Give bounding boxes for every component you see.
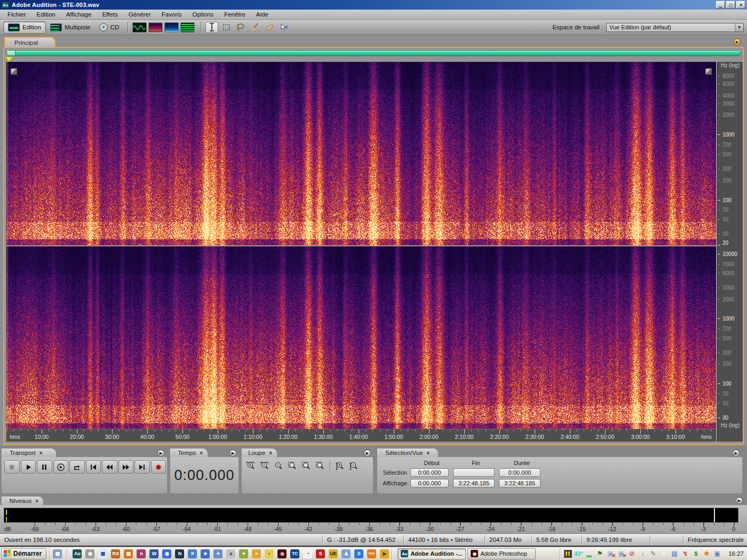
zoom-out-full-button[interactable]: [272, 460, 285, 472]
mouse-pen-tray-icon[interactable]: ✎: [649, 549, 657, 558]
ue-icon[interactable]: UE: [329, 549, 338, 558]
menu-edition[interactable]: Edition: [31, 10, 61, 19]
time-ruler[interactable]: 10:0020:0030:0040:0050:001:00:001:10:001…: [6, 429, 716, 442]
menu-options[interactable]: Options: [187, 10, 219, 19]
selection-view-tab[interactable]: Sélection/Vue ×: [377, 448, 439, 457]
red-eye-icon[interactable]: ◉: [277, 549, 287, 558]
lasso-selection-tool[interactable]: [234, 22, 247, 33]
spectral-phase-view-button[interactable]: [180, 22, 195, 33]
menu-générer[interactable]: Générer: [123, 10, 156, 19]
network-error-2-tray-icon[interactable]: ▣✕: [617, 549, 625, 558]
close-icon[interactable]: ×: [427, 450, 430, 456]
transport-tab[interactable]: Transport ×: [1, 448, 57, 457]
selection-start-field[interactable]: 0:00.000: [410, 468, 449, 477]
selection-end-field[interactable]: [453, 468, 495, 477]
menu-effets[interactable]: Effets: [97, 10, 123, 19]
close-icon[interactable]: ×: [269, 450, 272, 456]
orange-hand-tray-icon[interactable]: ✱: [702, 549, 711, 558]
close-icon[interactable]: ×: [39, 450, 43, 456]
panel-menu-button[interactable]: ▶: [736, 497, 743, 504]
gray-a-icon[interactable]: a: [226, 549, 235, 558]
mode-edition-button[interactable]: Edition: [3, 21, 46, 34]
play-spool-button[interactable]: [53, 460, 69, 474]
internet-icon[interactable]: ◍: [162, 549, 171, 558]
time-selection-tool[interactable]: [205, 22, 218, 33]
blue-doc-tray-icon[interactable]: ▣: [713, 549, 721, 558]
overview-track[interactable]: [5, 49, 742, 57]
zoom-out-horizontal-button[interactable]: [258, 460, 272, 472]
onenote-icon[interactable]: n: [137, 549, 146, 558]
marquee-selection-tool[interactable]: [220, 22, 233, 33]
media-player-icon[interactable]: ◉: [85, 549, 94, 558]
close-icon[interactable]: ×: [35, 498, 38, 504]
maximize-button[interactable]: □: [726, 1, 735, 9]
rewind-button[interactable]: [102, 460, 117, 474]
record-button[interactable]: [151, 460, 166, 474]
close-icon[interactable]: ×: [200, 450, 203, 456]
green-dash-tray-icon[interactable]: ▂: [585, 549, 593, 558]
yellow-ball-icon[interactable]: ◐: [265, 549, 274, 558]
zoom-selection-left-button[interactable]: [299, 460, 313, 472]
panel-menu-button[interactable]: ▶: [364, 450, 371, 457]
scrub-tool[interactable]: [277, 22, 290, 33]
menu-favoris[interactable]: Favoris: [156, 10, 187, 19]
keyboard-icon[interactable]: ▤: [53, 549, 62, 558]
green-capture-icon[interactable]: ✦: [239, 549, 248, 558]
level-meter[interactable]: [4, 508, 738, 523]
spectral-pan-view-button[interactable]: [164, 22, 179, 33]
view-end-field[interactable]: 3:22:48.185: [453, 479, 495, 487]
zoom-selection-right-button[interactable]: [313, 460, 327, 472]
task-adobe-audition-[interactable]: AuAdobe Audition -...: [398, 548, 466, 559]
pause-button[interactable]: [37, 460, 52, 474]
zoom-in-horizontal-button[interactable]: [244, 460, 258, 472]
audition-icon[interactable]: Au: [73, 549, 82, 558]
taskbar-clock[interactable]: 16:27: [726, 550, 746, 557]
panel-menu-button[interactable]: ▶: [733, 450, 740, 457]
tc-icon[interactable]: TC: [290, 549, 299, 558]
level-meter-tray-icon[interactable]: [563, 549, 572, 558]
pdf-icon[interactable]: PDF: [367, 549, 376, 558]
zoom-out-vertical-button[interactable]: [347, 460, 361, 472]
sparkle-icon[interactable]: ✦: [213, 549, 222, 558]
zoom-in-vertical-button[interactable]: [333, 460, 347, 472]
effects-paintbrush-tool[interactable]: [249, 22, 261, 33]
tab-principal[interactable]: Principal: [4, 37, 55, 47]
selection-handle[interactable]: [11, 68, 17, 75]
blue-s-icon[interactable]: S: [354, 549, 363, 558]
start-button[interactable]: Démarrer: [1, 548, 46, 559]
chevron-down-icon[interactable]: ▼: [735, 23, 743, 31]
mode-multipiste-button[interactable]: Multipiste: [46, 21, 95, 34]
temps-tab[interactable]: Temps ×: [170, 448, 208, 457]
orange-ball-icon[interactable]: ●: [252, 549, 261, 558]
spectrogram-right-channel[interactable]: [6, 246, 716, 429]
workspace-select[interactable]: Vue Edition (par défaut) ▼: [606, 23, 744, 32]
power-alert-tray-icon[interactable]: ↯: [681, 549, 689, 558]
calculator-icon[interactable]: ▦: [98, 549, 107, 558]
spectrogram-left-channel[interactable]: [6, 62, 716, 245]
panel-menu-button[interactable]: ▶: [229, 450, 236, 457]
panel-menu-button[interactable]: ▶: [157, 450, 164, 457]
folder-orange-icon[interactable]: ▤: [124, 549, 133, 558]
spectral-view-button[interactable]: [148, 22, 163, 33]
blue-tool-icon[interactable]: ✕: [188, 549, 197, 558]
display-tray-icon[interactable]: ▤: [670, 549, 679, 558]
view-start-field[interactable]: 0:00.000: [410, 479, 449, 487]
loop-button[interactable]: [69, 460, 85, 474]
sbp-icon[interactable]: S: [316, 549, 325, 558]
menu-fichier[interactable]: Fichier: [2, 10, 31, 19]
frequency-ruler[interactable]: 8000600040003000200010007005003002001007…: [717, 62, 743, 442]
cursor-tray-icon[interactable]: ↖: [659, 549, 668, 558]
update-download-tray-icon[interactable]: ↓: [638, 549, 647, 558]
fast-forward-button[interactable]: [118, 460, 134, 474]
overview-range-bar[interactable]: [6, 50, 741, 56]
neat-image-icon[interactable]: N: [175, 549, 184, 558]
currency-tray-icon[interactable]: $: [692, 549, 700, 558]
playhead-marker[interactable]: [5, 57, 13, 61]
selection-handle[interactable]: [705, 68, 712, 75]
minimize-button[interactable]: _: [716, 1, 725, 9]
panel-menu-button[interactable]: ▶: [734, 38, 741, 45]
temperature-tray-icon[interactable]: 43°: [574, 549, 583, 558]
niveaux-tab[interactable]: Niveaux ×: [1, 496, 44, 505]
title-bar[interactable]: Au Adobe Audition - STE-003.wav _ □ ×: [0, 0, 747, 10]
spot-healing-brush-tool[interactable]: [263, 22, 276, 33]
